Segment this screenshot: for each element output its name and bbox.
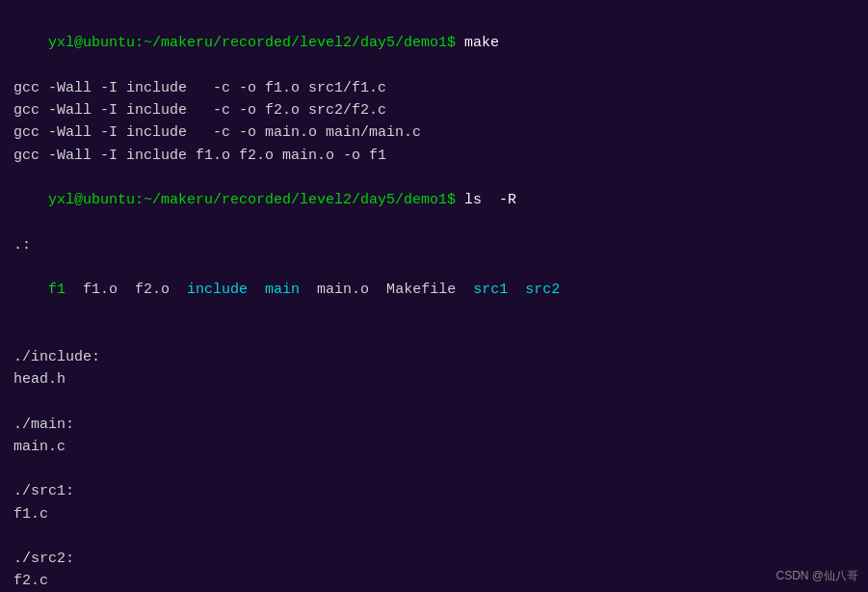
ls-item-src2: src2 — [525, 282, 560, 298]
terminal-line-f2c: f2.c — [13, 570, 855, 592]
ls-item-normal-1: f1.o f2.o — [66, 282, 187, 298]
ls-item-normal-4 — [508, 282, 525, 298]
terminal-line-src2-dir: ./src2: — [13, 548, 855, 570]
ls-item-main: main — [265, 282, 300, 298]
terminal-line-6: yxl@ubuntu:~/makeru/recorded/level2/day5… — [13, 167, 855, 234]
ls-item-src1: src1 — [473, 282, 508, 298]
blank-1 — [13, 324, 855, 346]
terminal-line-mainc: main.c — [13, 436, 855, 458]
terminal-line-f1c: f1.c — [13, 503, 855, 525]
terminal-line-7: .: — [13, 234, 855, 256]
ls-output-line: f1 f1.o f2.o include main main.o Makefil… — [13, 256, 855, 324]
watermark: CSDN @仙八哥 — [776, 568, 858, 584]
cmd-1: make — [456, 35, 499, 51]
terminal-line-5: gcc -Wall -I include f1.o f2.o main.o -o… — [13, 145, 855, 167]
ls-item-normal-2 — [248, 282, 265, 298]
terminal-line-4: gcc -Wall -I include -c -o main.o main/m… — [13, 121, 855, 144]
ls-item-include: include — [187, 282, 248, 298]
blank-3 — [13, 458, 855, 480]
terminal-line-1: yxl@ubuntu:~/makeru/recorded/level2/day5… — [13, 10, 855, 77]
blank-4 — [13, 525, 855, 548]
prompt-1: yxl@ubuntu:~/makeru/recorded/level2/day5… — [48, 35, 456, 51]
terminal-window: yxl@ubuntu:~/makeru/recorded/level2/day5… — [0, 0, 868, 592]
terminal-line-include-dir: ./include: — [13, 346, 855, 368]
ls-item-normal-3: main.o Makefile — [300, 282, 473, 298]
cmd-2: ls -R — [456, 192, 516, 208]
terminal-line-src1-dir: ./src1: — [13, 480, 855, 502]
prompt-2: yxl@ubuntu:~/makeru/recorded/level2/day5… — [48, 192, 456, 208]
terminal-line-3: gcc -Wall -I include -c -o f2.o src2/f2.… — [13, 99, 855, 121]
terminal-line-headh: head.h — [13, 368, 855, 390]
terminal-line-2: gcc -Wall -I include -c -o f1.o src1/f1.… — [13, 77, 855, 99]
terminal-line-main-dir: ./main: — [13, 414, 855, 436]
ls-item-f1: f1 — [48, 282, 66, 298]
blank-2 — [13, 390, 855, 413]
